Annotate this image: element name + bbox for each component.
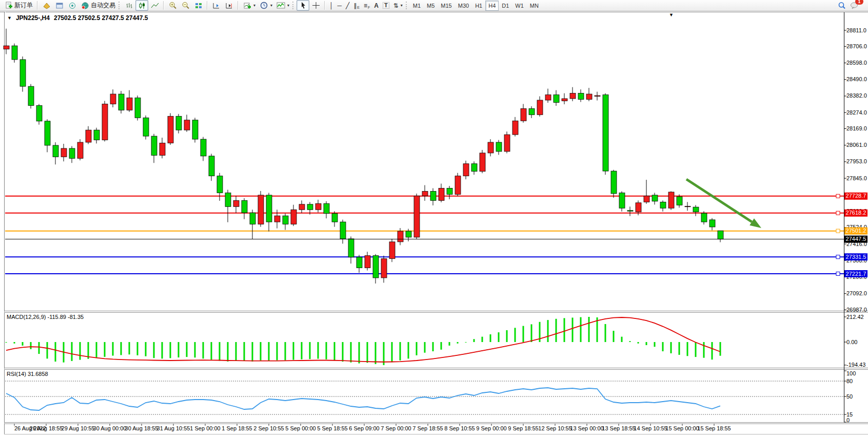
price-tick-label: 27845.0	[846, 175, 867, 181]
new-chart-icon	[243, 2, 251, 10]
autotrading-button[interactable]: 自动交易	[78, 0, 117, 11]
vline-tool[interactable]: │	[327, 0, 336, 11]
market-watch-button[interactable]	[53, 0, 66, 11]
zoom-in-button[interactable]	[166, 0, 179, 11]
candle	[340, 222, 346, 239]
candle	[447, 188, 452, 194]
date-label: 15 Sep 00:00	[665, 425, 699, 431]
price-tick-label: 28706.0	[846, 43, 867, 49]
candle-chart-icon	[137, 2, 146, 10]
candle	[611, 171, 617, 194]
line-handle[interactable]	[836, 194, 840, 198]
new-order-icon	[4, 2, 13, 10]
date-label: 5 Sep 18:55	[317, 425, 347, 431]
chart-menu-icon[interactable]: ▼	[669, 12, 674, 17]
candle	[521, 108, 526, 121]
channel-tool[interactable]: ∥E	[351, 0, 362, 11]
auto-scroll-button[interactable]	[210, 0, 223, 11]
candle	[693, 207, 699, 212]
candle	[36, 105, 42, 121]
tab-m1[interactable]: M1	[410, 1, 424, 11]
hline-icon: ─	[338, 2, 342, 9]
candle	[455, 176, 461, 195]
candle	[603, 95, 608, 172]
tab-m5[interactable]: M5	[424, 1, 438, 11]
candle	[480, 153, 485, 172]
candle	[160, 143, 165, 156]
auto-scroll-icon	[212, 2, 221, 10]
hline-tool[interactable]: ─	[336, 0, 344, 11]
tab-h4[interactable]: H4	[485, 1, 499, 11]
tab-d1[interactable]: D1	[499, 1, 512, 11]
candle-chart-button[interactable]	[135, 0, 148, 11]
styles-button[interactable]	[40, 0, 53, 11]
clock-icon	[260, 2, 268, 10]
tab-m15[interactable]: M15	[438, 1, 455, 11]
candle	[562, 99, 567, 101]
zoom-out-button[interactable]	[179, 0, 192, 11]
candle	[28, 86, 34, 105]
fibonacci-tool[interactable]: ≡F	[362, 0, 372, 11]
line-handle[interactable]	[836, 211, 840, 215]
new-order-button[interactable]: 新订单	[2, 0, 35, 11]
chat-button[interactable]: 1	[848, 0, 861, 11]
tab-mn[interactable]: MN	[527, 1, 542, 11]
candle	[709, 220, 715, 227]
price-badge-label: 27501.2	[846, 228, 866, 234]
arrows-tool[interactable]: ⇅ ▾	[391, 0, 405, 11]
candle	[86, 130, 91, 142]
candle	[652, 195, 658, 201]
price-badge-label: 27221.7	[846, 271, 866, 277]
bar-chart-button[interactable]	[123, 0, 135, 11]
line-handle[interactable]	[836, 255, 840, 259]
candle	[110, 94, 116, 104]
line-handle[interactable]	[836, 229, 840, 233]
collapse-icon[interactable]: ▼	[7, 15, 12, 21]
search-button[interactable]	[835, 0, 848, 11]
macd-tick-label: 212.42	[846, 314, 864, 320]
candle	[398, 231, 403, 242]
candle	[463, 164, 469, 176]
candle	[578, 93, 584, 100]
tab-w1[interactable]: W1	[512, 1, 527, 11]
chat-badge: 1	[855, 0, 863, 5]
chart-canvas[interactable]: 28811.028706.028598.028490.028382.028274…	[0, 0, 868, 435]
candle	[242, 200, 247, 213]
label-tool[interactable]: T	[381, 0, 391, 11]
cursor-button[interactable]	[297, 0, 309, 11]
candle	[668, 192, 674, 208]
candle	[512, 121, 518, 135]
candle	[168, 116, 173, 143]
new-chart-caret: ▾	[253, 3, 255, 8]
new-chart-button[interactable]: ▾	[241, 0, 258, 11]
zoom-in-icon	[168, 2, 177, 10]
chart-title-bar[interactable]: ▼ JPN225-,H4 27502.5 27502.5 27427.5 274…	[7, 14, 148, 22]
crosshair-button[interactable]	[309, 0, 322, 11]
text-tool[interactable]: A	[372, 0, 381, 11]
candle	[348, 239, 354, 257]
candle	[53, 145, 58, 157]
chart-shift-icon	[225, 2, 233, 10]
tile-windows-button[interactable]	[192, 0, 205, 11]
chart-shift-button[interactable]	[223, 0, 235, 11]
periods-button[interactable]: ▾	[258, 0, 274, 11]
tab-m30[interactable]: M30	[455, 1, 472, 11]
candle	[488, 142, 494, 153]
trendline-tool[interactable]: ╱	[344, 0, 351, 11]
rsi-tick-label: 100	[846, 370, 856, 376]
date-label: 9 Sep 00:00	[476, 425, 506, 431]
date-label: 2 Sep 10:55	[253, 425, 284, 431]
date-label: 13 Sep 18:55	[602, 425, 635, 431]
candle	[299, 204, 305, 210]
signals-button[interactable]	[66, 0, 78, 11]
line-handle[interactable]	[836, 272, 840, 276]
tab-h1[interactable]: H1	[472, 1, 485, 11]
crosshair-icon	[311, 2, 320, 10]
indicators-button[interactable]: ▾	[274, 0, 291, 11]
tile-windows-icon	[194, 2, 203, 10]
price-tick-label: 28061.0	[846, 142, 867, 148]
candle	[61, 148, 67, 157]
date-label: 1 Sep 18:55	[222, 425, 252, 431]
date-label: 26 Aug 18:55	[30, 425, 63, 431]
line-chart-button[interactable]	[148, 0, 161, 11]
